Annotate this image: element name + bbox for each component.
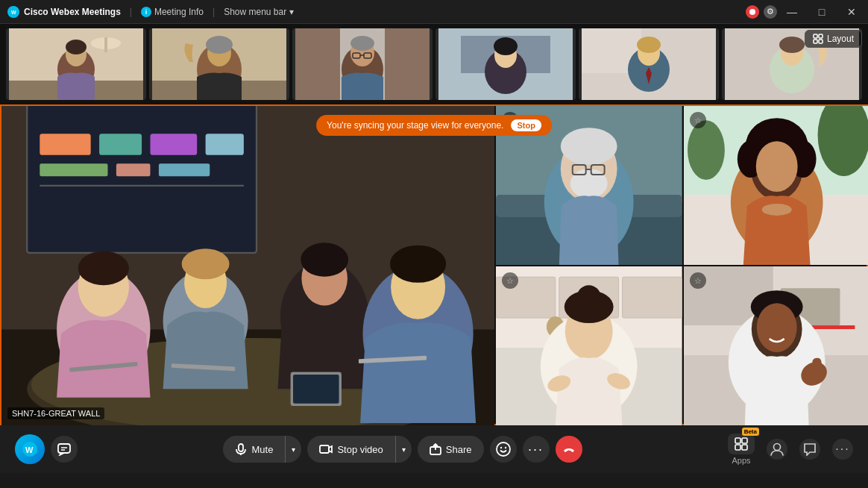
title-bar-right: ⚙ — □ ✕ — [746, 5, 861, 19]
video-chevron-button[interactable]: ▾ — [395, 436, 412, 463]
camera-icon — [319, 443, 333, 455]
person-icon — [770, 442, 784, 456]
sync-message: You're syncing your stage view for every… — [327, 120, 503, 131]
more-options-button[interactable]: ··· — [523, 436, 550, 463]
svg-point-88 — [570, 169, 608, 198]
svg-rect-52 — [27, 106, 257, 253]
close-button[interactable]: ✕ — [843, 5, 861, 19]
svg-rect-131 — [58, 444, 70, 453]
video-cell-woman-orange: ☆ — [684, 106, 868, 265]
stop-video-button[interactable]: Stop video — [307, 436, 394, 463]
thumbnail-3[interactable] — [292, 28, 433, 100]
mute-chevron-button[interactable]: ▾ — [285, 436, 301, 463]
thumbnail-strip — [0, 24, 868, 104]
show-menu-button[interactable]: Show menu bar ▾ — [224, 7, 294, 17]
svg-rect-121 — [810, 325, 855, 329]
svg-rect-46 — [819, 34, 823, 38]
toolbar-left: W — [15, 434, 78, 464]
thumbnail-2[interactable] — [149, 28, 289, 100]
svg-rect-58 — [116, 163, 151, 176]
svg-point-75 — [390, 245, 446, 283]
thumbnail-strip-container: Layout — [0, 24, 868, 104]
svg-point-66 — [78, 251, 129, 286]
main-video-cell: SHN7-16-GREAT WALL — [1, 106, 494, 425]
separator-2: | — [213, 7, 215, 17]
svg-point-126 — [756, 303, 796, 352]
svg-point-72 — [301, 243, 348, 277]
toolbar-center: Mute ▾ Stop video ▾ — [223, 436, 582, 463]
title-bar-left: W Cisco Webex Meetings | i Meeting Info … — [7, 6, 294, 18]
thumbnail-1[interactable] — [6, 28, 146, 100]
share-icon — [430, 443, 441, 455]
svg-rect-59 — [159, 163, 210, 176]
svg-point-145 — [773, 444, 780, 451]
svg-rect-60 — [40, 185, 244, 187]
sync-stop-button[interactable]: Stop — [511, 119, 541, 131]
svg-rect-136 — [320, 445, 329, 453]
svg-rect-45 — [814, 34, 817, 38]
chat-bubble-button[interactable] — [51, 436, 78, 463]
message-icon — [803, 442, 817, 456]
thumbnail-5[interactable] — [579, 28, 719, 100]
apps-button-inner[interactable]: Beta — [728, 434, 755, 454]
window-controls: — □ ✕ — [783, 5, 861, 19]
svg-point-94 — [688, 120, 725, 180]
chat-icon — [57, 442, 71, 456]
video-cell-woman-smiling: ☆ — [496, 266, 682, 425]
svg-text:W: W — [25, 445, 34, 454]
share-button[interactable]: Share — [418, 436, 484, 463]
beta-badge: Beta — [742, 428, 759, 436]
toolbar-right: Beta Apps — [728, 434, 853, 465]
video-group: Stop video ▾ — [307, 436, 411, 463]
chat-button[interactable] — [799, 439, 820, 460]
participants-button[interactable] — [767, 439, 787, 460]
minimize-button[interactable]: — — [783, 5, 801, 19]
title-bar: W Cisco Webex Meetings | i Meeting Info … — [0, 0, 868, 24]
chat-right-icon[interactable] — [799, 439, 820, 460]
svg-point-114 — [577, 285, 601, 309]
participants-icon[interactable] — [767, 439, 787, 460]
pin-icon-4[interactable]: ☆ — [690, 272, 706, 289]
chevron-down-icon: ▾ — [289, 7, 294, 17]
mute-button[interactable]: Mute — [223, 436, 285, 463]
video-grid: SHN7-16-GREAT WALL — [1, 106, 867, 424]
show-menu-label: Show menu bar — [224, 7, 286, 17]
sync-banner: You're syncing your stage view for every… — [316, 115, 552, 136]
video-cell-man-thumbsup: ☆ — [684, 266, 868, 425]
apps-button-group[interactable]: Beta Apps — [728, 434, 755, 465]
svg-text:W: W — [11, 10, 16, 15]
svg-rect-47 — [814, 40, 817, 43]
svg-point-2 — [749, 9, 755, 15]
svg-rect-57 — [40, 163, 107, 176]
meeting-info-button[interactable]: i Meeting Info — [141, 7, 204, 17]
more-right-icon[interactable]: ··· — [832, 439, 853, 460]
emoji-button[interactable] — [490, 436, 517, 463]
settings-icon[interactable]: ⚙ — [764, 5, 777, 19]
svg-rect-143 — [735, 445, 740, 450]
meeting-info-label: Meeting Info — [154, 7, 204, 17]
svg-point-140 — [504, 447, 506, 448]
svg-rect-48 — [819, 40, 823, 43]
svg-point-38 — [637, 37, 661, 53]
mute-label: Mute — [251, 444, 273, 455]
pin-icon-2[interactable]: ☆ — [690, 112, 706, 128]
thumbnail-4[interactable] — [435, 28, 576, 100]
svg-point-139 — [500, 447, 501, 448]
microphone-icon — [235, 443, 247, 455]
svg-point-103 — [761, 204, 791, 216]
share-label: Share — [446, 444, 472, 455]
svg-point-87 — [561, 128, 617, 165]
layout-button[interactable]: Layout — [805, 30, 862, 48]
end-call-button[interactable] — [556, 436, 582, 463]
svg-rect-142 — [742, 438, 747, 443]
maximize-button[interactable]: □ — [813, 5, 831, 19]
svg-point-23 — [350, 36, 374, 51]
webex-avatar-button[interactable]: W — [15, 434, 45, 464]
svg-rect-55 — [150, 134, 197, 154]
mute-group: Mute ▾ — [223, 436, 301, 463]
toolbar: W Mute ▾ — [0, 425, 868, 473]
svg-rect-56 — [206, 134, 244, 154]
svg-point-102 — [755, 141, 797, 192]
more-right-button[interactable]: ··· — [832, 439, 853, 460]
svg-rect-53 — [40, 134, 90, 154]
